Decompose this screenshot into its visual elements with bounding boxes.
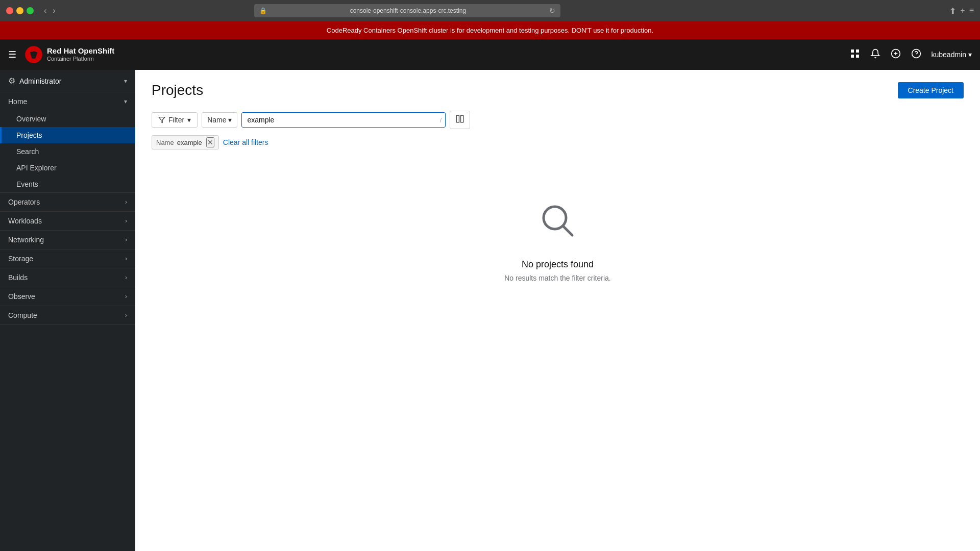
main-content: Projects Create Project Filter ▾ Name ▾ <box>135 70 980 551</box>
home-section: Home ▾ Overview Projects Search API Expl… <box>0 92 135 193</box>
plus-circle-icon <box>891 48 901 59</box>
admin-icon: ⚙ <box>8 76 15 86</box>
apps-grid-button[interactable] <box>850 48 860 61</box>
home-section-header[interactable]: Home ▾ <box>0 92 135 111</box>
networking-chevron-icon: › <box>125 236 127 243</box>
filter-icon <box>158 116 165 123</box>
banner-text: CodeReady Containers OpenShift cluster i… <box>327 27 653 34</box>
empty-state: No projects found No results match the f… <box>152 160 964 323</box>
networking-section: Networking › <box>0 231 135 249</box>
app: CodeReady Containers OpenShift cluster i… <box>0 21 980 551</box>
operators-label: Operators <box>8 198 40 206</box>
observe-section-header[interactable]: Observe › <box>0 287 135 306</box>
admin-label: Administrator <box>19 77 61 85</box>
active-filter-label: Name <box>156 139 174 146</box>
workloads-label: Workloads <box>8 217 42 225</box>
sidebar-item-projects[interactable]: Projects <box>0 127 135 143</box>
remove-filter-button[interactable]: ✕ <box>206 137 214 147</box>
username: kubeadmin <box>932 51 967 59</box>
empty-state-title: No projects found <box>522 259 594 270</box>
lock-icon: 🔒 <box>259 7 267 14</box>
forward-button[interactable]: › <box>51 5 57 16</box>
search-input-wrap: / <box>241 112 446 128</box>
create-project-button[interactable]: Create Project <box>898 82 964 98</box>
browser-share-button[interactable]: ⬆ <box>949 6 956 16</box>
operators-chevron-icon: › <box>125 198 127 206</box>
svg-rect-1 <box>851 49 854 53</box>
operators-section-header[interactable]: Operators › <box>0 193 135 211</box>
sidebar-item-api-explorer[interactable]: API Explorer <box>0 160 135 176</box>
svg-rect-12 <box>461 115 463 122</box>
sidebar-item-events[interactable]: Events <box>0 176 135 192</box>
active-filter-tag: Name example ✕ <box>152 135 219 149</box>
admin-chevron-icon: ▾ <box>124 78 127 85</box>
filter-button[interactable]: Filter ▾ <box>152 112 198 128</box>
svg-marker-10 <box>159 117 165 123</box>
minimize-window-button[interactable] <box>16 7 23 14</box>
page-title: Projects <box>152 82 203 98</box>
topnav-right: kubeadmin ▾ <box>850 48 972 61</box>
close-window-button[interactable] <box>6 7 13 14</box>
networking-label: Networking <box>8 236 44 244</box>
storage-label: Storage <box>8 255 33 263</box>
browser-actions: ⬆ + ≡ <box>949 6 974 16</box>
clear-all-filters-button[interactable]: Clear all filters <box>223 138 268 146</box>
hamburger-menu-button[interactable]: ☰ <box>8 49 16 60</box>
view-toggle-button[interactable] <box>450 111 470 129</box>
home-nav-items: Overview Projects Search API Explorer Ev… <box>0 111 135 192</box>
browser-menu-button[interactable]: ≡ <box>969 6 974 16</box>
redhat-logo <box>24 45 43 64</box>
builds-section-header[interactable]: Builds › <box>0 268 135 287</box>
brand-product: OpenShift <box>78 46 115 56</box>
compute-section-header[interactable]: Compute › <box>0 306 135 324</box>
user-menu-button[interactable]: kubeadmin ▾ <box>932 51 972 59</box>
address-text: console-openshift-console.apps-crc.testi… <box>270 7 546 14</box>
reload-button[interactable]: ↻ <box>549 7 555 15</box>
workloads-section: Workloads › <box>0 212 135 231</box>
name-filter-chevron-icon: ▾ <box>228 116 232 124</box>
browser-chrome: ‹ › 🔒 console-openshift-console.apps-crc… <box>0 0 980 21</box>
active-filters: Name example ✕ Clear all filters <box>152 135 964 149</box>
workloads-section-header[interactable]: Workloads › <box>0 212 135 230</box>
observe-chevron-icon: › <box>125 293 127 300</box>
browser-newtab-button[interactable]: + <box>960 6 965 16</box>
builds-section: Builds › <box>0 268 135 287</box>
plus-circle-button[interactable] <box>891 48 901 61</box>
operators-section: Operators › <box>0 193 135 212</box>
brand-name: Red Hat <box>47 46 76 56</box>
filter-dropdown-icon: ▾ <box>187 116 191 124</box>
storage-section: Storage › <box>0 249 135 268</box>
home-label: Home <box>8 97 27 106</box>
browser-window-controls <box>6 7 34 14</box>
empty-state-description: No results match the filter criteria. <box>504 274 611 282</box>
svg-rect-3 <box>851 55 854 58</box>
address-bar[interactable]: 🔒 console-openshift-console.apps-crc.tes… <box>254 4 560 17</box>
home-chevron-icon: ▾ <box>124 98 127 105</box>
storage-chevron-icon: › <box>125 255 127 262</box>
grid-icon <box>850 48 860 59</box>
help-button[interactable] <box>911 48 921 61</box>
back-button[interactable]: ‹ <box>42 5 48 16</box>
active-filter-value: example <box>177 139 202 146</box>
sidebar-item-overview[interactable]: Overview <box>0 111 135 127</box>
admin-switcher[interactable]: ⚙ Administrator ▾ <box>0 70 135 92</box>
search-shortcut: / <box>440 116 442 124</box>
filter-bar: Filter ▾ Name ▾ / <box>152 111 964 129</box>
question-icon <box>911 48 921 59</box>
workloads-chevron-icon: › <box>125 217 127 224</box>
name-filter-dropdown[interactable]: Name ▾ <box>202 112 237 128</box>
empty-search-icon <box>537 201 578 249</box>
notifications-button[interactable] <box>870 48 880 61</box>
svg-rect-11 <box>457 115 459 122</box>
maximize-window-button[interactable] <box>27 7 34 14</box>
sidebar-item-search[interactable]: Search <box>0 143 135 160</box>
svg-rect-2 <box>856 49 859 53</box>
search-input[interactable] <box>241 112 446 128</box>
brand: Red Hat OpenShift Container Platform <box>24 45 114 64</box>
networking-section-header[interactable]: Networking › <box>0 231 135 249</box>
user-dropdown-icon: ▾ <box>968 51 972 59</box>
browser-nav-arrows: ‹ › <box>42 5 58 16</box>
compute-section: Compute › <box>0 306 135 325</box>
brand-text: Red Hat OpenShift Container Platform <box>47 46 114 62</box>
storage-section-header[interactable]: Storage › <box>0 249 135 268</box>
